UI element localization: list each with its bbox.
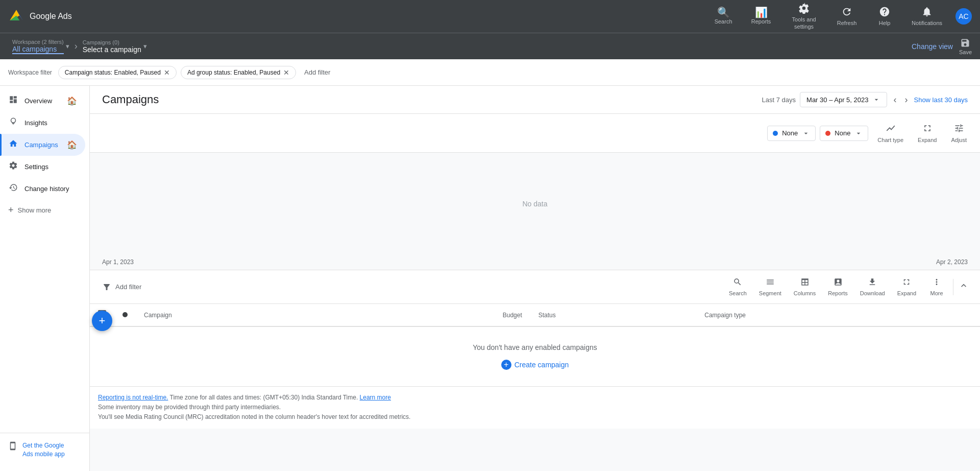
refresh-nav-button[interactable]: Refresh [829, 2, 865, 31]
sidebar-item-settings[interactable]: Settings [0, 156, 85, 178]
learn-more-link[interactable]: Learn more [360, 394, 391, 401]
campaigns-dropdown-icon[interactable]: ▾ [143, 42, 147, 50]
footer: Reporting is not real-time. Time zone fo… [90, 386, 980, 429]
breadcrumb-bar: Workspace (2 filters) All campaigns ▾ › … [0, 33, 980, 59]
insights-icon [8, 117, 18, 129]
metric1-dropdown[interactable]: None [767, 126, 816, 141]
sidebar-item-insights[interactable]: Insights [0, 112, 85, 134]
chart-date-start: Apr 1, 2023 [102, 258, 134, 266]
footer-line1: Reporting is not real-time. Time zone fo… [98, 393, 972, 403]
campaign-status-chip-close[interactable]: ✕ [164, 68, 170, 77]
date-range-area: Last 7 days Mar 30 – Apr 5, 2023 ‹ › Sho… [762, 92, 968, 107]
sidebar-item-change-history[interactable]: Change history [0, 178, 85, 200]
collapse-table-button[interactable] [955, 277, 972, 296]
toolbar-more-label: More [930, 290, 943, 296]
toolbar-segment-button[interactable]: Segment [753, 274, 788, 299]
content-area: Campaigns Last 7 days Mar 30 – Apr 5, 20… [90, 86, 980, 471]
adjust-chart-button[interactable]: Adjust [946, 120, 972, 146]
notifications-nav-button[interactable]: Notifications [904, 2, 949, 31]
sidebar-item-overview[interactable]: Overview 🏠 [0, 90, 85, 112]
mobile-app-text[interactable]: Get the Google Ads mobile app [22, 441, 65, 459]
add-filter-button[interactable]: Add filter [300, 66, 334, 78]
breadcrumb-workspace[interactable]: Workspace (2 filters) All campaigns ▾ [8, 36, 74, 57]
chart-controls: None None Chart type [90, 114, 980, 152]
fab-add-button[interactable]: + [92, 311, 112, 331]
toolbar-reports-button[interactable]: Reports [822, 274, 854, 299]
breadcrumb-campaigns[interactable]: Campaigns (0) Select a campaign ▾ [79, 36, 151, 57]
campaign-status-filter-text: Campaign status: Enabled, Paused [65, 69, 161, 76]
logo-text: Google Ads [30, 12, 72, 21]
toolbar-more-button[interactable]: More [922, 274, 951, 299]
date-range-text: Mar 30 – Apr 5, 2023 [806, 96, 868, 104]
tools-nav-button[interactable]: Tools andsettings [781, 0, 827, 34]
change-history-icon [8, 183, 18, 195]
overview-icon [8, 95, 18, 107]
adgroup-status-filter-chip[interactable]: Ad group status: Enabled, Paused ✕ [181, 66, 296, 79]
chart-type-button[interactable]: Chart type [872, 120, 909, 146]
breadcrumb-separator: › [75, 41, 78, 52]
table-header-status[interactable]: Status [530, 304, 697, 326]
show-more-plus-icon: + [8, 205, 14, 216]
table-header-row: Campaign Budget Status Campaign type [90, 304, 980, 326]
user-avatar[interactable]: AC [955, 8, 972, 25]
workspace-main-label: All campaigns [12, 45, 64, 54]
toolbar-search-button[interactable]: Search [723, 274, 753, 299]
insights-label: Insights [24, 119, 47, 127]
adjust-chart-label: Adjust [951, 137, 967, 143]
workspace-dropdown-icon[interactable]: ▾ [66, 42, 69, 50]
refresh-nav-label: Refresh [837, 20, 857, 27]
search-nav-button[interactable]: 🔍 Search [705, 3, 741, 29]
table-empty-row: You don't have any enabled campaigns + C… [90, 326, 980, 386]
table-filter-area[interactable]: Add filter [98, 279, 145, 295]
show-30-days-button[interactable]: Show last 30 days [914, 96, 968, 104]
campaigns-icon [8, 139, 18, 151]
tools-nav-label: Tools andsettings [792, 16, 816, 30]
adgroup-status-chip-close[interactable]: ✕ [283, 68, 289, 77]
create-campaign-button[interactable]: + Create campaign [501, 360, 569, 370]
toolbar-download-icon [868, 277, 877, 289]
empty-state-text: You don't have any enabled campaigns [106, 343, 964, 351]
no-data-text: No data [522, 200, 547, 208]
date-next-button[interactable]: › [902, 92, 910, 107]
toolbar-columns-icon [800, 277, 810, 289]
campaign-status-filter-chip[interactable]: Campaign status: Enabled, Paused ✕ [58, 66, 177, 79]
empty-state: You don't have any enabled campaigns + C… [90, 327, 980, 386]
expand-chart-button[interactable]: Expand [913, 120, 942, 146]
add-filter-text: Add filter [115, 283, 141, 291]
date-picker[interactable]: Mar 30 – Apr 5, 2023 [800, 92, 887, 107]
metric2-dropdown[interactable]: None [820, 126, 868, 141]
realtime-link[interactable]: Reporting is not real-time. [98, 394, 168, 401]
table-header-campaign-type[interactable]: Campaign type [696, 304, 980, 326]
campaigns-label: Campaigns [24, 141, 58, 149]
show-more-button[interactable]: + Show more [0, 200, 89, 221]
toolbar-expand-button[interactable]: Expand [891, 274, 922, 299]
filter-bar: Workspace filter Campaign status: Enable… [0, 59, 980, 86]
reports-nav-button[interactable]: 📊 Reports [743, 3, 779, 29]
settings-icon [8, 161, 18, 173]
toolbar-expand-label: Expand [897, 290, 916, 296]
save-icon [960, 38, 970, 48]
table-header-status-dot [114, 304, 136, 326]
table-header-budget[interactable]: Budget [354, 304, 530, 326]
mobile-app-promo: Get the Google Ads mobile app [0, 433, 89, 467]
google-ads-logo [8, 8, 24, 25]
change-view-button[interactable]: Change view [912, 42, 953, 51]
expand-chart-icon [922, 123, 933, 136]
toolbar-download-button[interactable]: Download [854, 274, 891, 299]
toolbar-reports-label: Reports [828, 290, 848, 296]
sidebar-item-campaigns[interactable]: Campaigns 🏠 [0, 134, 85, 156]
table-header-campaign[interactable]: Campaign [136, 304, 354, 326]
date-prev-button[interactable]: ‹ [891, 92, 898, 107]
create-campaign-label: Create campaign [514, 361, 569, 369]
settings-label: Settings [24, 163, 48, 171]
toolbar-search-icon [733, 277, 742, 289]
campaigns-title: Campaigns [102, 93, 159, 106]
toolbar-search-label: Search [729, 290, 747, 296]
help-nav-button[interactable]: Help [867, 2, 902, 31]
notifications-nav-label: Notifications [912, 20, 942, 27]
save-button[interactable]: Save [959, 38, 972, 55]
reports-nav-label: Reports [751, 18, 771, 25]
toolbar-columns-label: Columns [794, 290, 816, 296]
save-label: Save [959, 49, 972, 55]
toolbar-columns-button[interactable]: Columns [788, 274, 822, 299]
